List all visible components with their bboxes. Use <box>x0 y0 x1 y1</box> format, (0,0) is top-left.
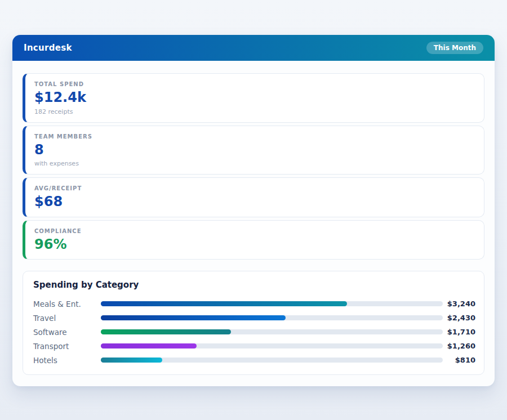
category-label: Hotels <box>33 356 101 365</box>
category-label: Transport <box>33 342 101 351</box>
category-row-hotels: Hotels $810 <box>33 353 475 367</box>
category-label: Software <box>33 328 101 337</box>
stat-subtext: with expenses <box>34 160 475 167</box>
stat-card-avg-receipt: AVG/RECEIPT $68 <box>23 177 484 217</box>
category-row-software: Software $1,710 <box>33 325 475 339</box>
stat-value: 8 <box>34 142 475 158</box>
bar-track <box>101 301 443 306</box>
dashboard-content: TOTAL SPEND $12.4k 182 receipts TEAM MEM… <box>12 61 495 386</box>
stat-label: AVG/RECEIPT <box>34 185 475 191</box>
stat-card-compliance: COMPLIANCE 96% <box>23 220 484 260</box>
stat-value: 96% <box>34 237 475 253</box>
dashboard-card: Incurdesk This Month TOTAL SPEND $12.4k … <box>12 35 495 386</box>
category-value: $810 <box>443 356 475 364</box>
bar-track <box>101 329 443 334</box>
category-value: $1,260 <box>443 342 475 350</box>
category-row-transport: Transport $1,260 <box>33 339 475 353</box>
stat-value: $12.4k <box>34 90 475 106</box>
category-value: $2,430 <box>443 314 475 322</box>
bar-fill <box>101 343 197 348</box>
stat-label: COMPLIANCE <box>34 228 475 234</box>
bar-fill <box>101 358 162 363</box>
stat-label: TOTAL SPEND <box>34 81 475 87</box>
category-value: $1,710 <box>443 328 475 336</box>
stat-card-total-spend: TOTAL SPEND $12.4k 182 receipts <box>23 73 484 123</box>
category-label: Travel <box>33 314 101 323</box>
stat-subtext: 182 receipts <box>34 108 475 115</box>
app-header: Incurdesk This Month <box>12 35 495 61</box>
category-row-meals: Meals & Ent. $3,240 <box>33 297 475 311</box>
category-label: Meals & Ent. <box>33 300 101 309</box>
bar-fill <box>101 301 347 306</box>
bar-track <box>101 343 443 348</box>
category-row-travel: Travel $2,430 <box>33 311 475 325</box>
stat-value: $68 <box>34 194 475 210</box>
period-badge[interactable]: This Month <box>426 42 483 54</box>
stat-label: TEAM MEMBERS <box>34 133 475 140</box>
stat-card-team-members: TEAM MEMBERS 8 with expenses <box>23 126 484 175</box>
bar-fill <box>101 315 286 320</box>
bar-track <box>101 315 443 320</box>
chart-title: Spending by Category <box>33 280 475 290</box>
bar-fill <box>101 329 231 334</box>
app-title: Incurdesk <box>24 43 72 53</box>
bar-track <box>101 358 443 363</box>
spending-by-category-card: Spending by Category Meals & Ent. $3,240… <box>23 271 484 375</box>
category-value: $3,240 <box>443 300 475 308</box>
